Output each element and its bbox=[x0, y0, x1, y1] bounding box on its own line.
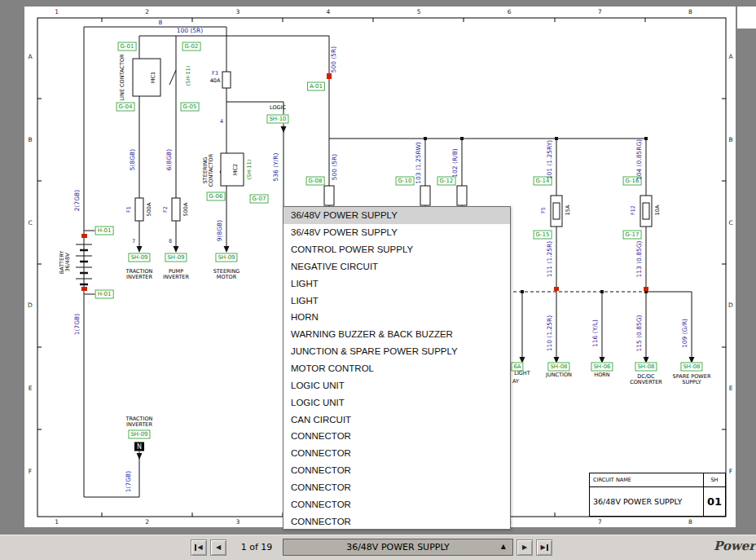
fuse-label-f1: F1 bbox=[126, 206, 132, 213]
circuit-select-value: 36/48V POWER SUPPLY bbox=[346, 542, 450, 552]
circuit-menu-item[interactable]: HORN bbox=[284, 309, 510, 326]
fuse-label-f5: F5 bbox=[541, 207, 547, 213]
grid-coordinate-label: 3 bbox=[192, 7, 283, 15]
previous-page-button[interactable]: ◀ bbox=[210, 539, 226, 556]
wire-label-113: 113 (0.85G) bbox=[636, 240, 644, 277]
connector-ref-h01-top[interactable]: H-01 bbox=[95, 227, 114, 235]
grid-coordinate-label: B bbox=[26, 99, 34, 182]
sheet-ref-sh11-top[interactable]: (SH-11) bbox=[186, 66, 191, 86]
wire-label-1-7gb-b: 1(7GB) bbox=[125, 471, 133, 492]
wire-label-500-mid: 500 (5R) bbox=[332, 154, 339, 181]
circuit-menu-item[interactable]: LOGIC UNIT bbox=[284, 376, 510, 394]
component-label-spare-power: SPARE POWER SUPPLY bbox=[673, 374, 711, 386]
connector-ref-g10[interactable]: G-10 bbox=[396, 177, 415, 186]
title-block-sheet-label: SH bbox=[704, 473, 725, 486]
connector-ref-g02[interactable]: G-02 bbox=[182, 42, 201, 51]
sheet-ref-sh11-mid[interactable]: (SH-11) bbox=[247, 160, 253, 180]
circuit-menu-item[interactable]: CONNECTOR bbox=[284, 428, 510, 445]
sheet-ref-sh06-horn[interactable]: SH-06 bbox=[591, 363, 613, 372]
component-label-traction-inverter-b: TRACTION INVERTER bbox=[126, 416, 153, 429]
wire-label-111: 111 (1.25R) bbox=[547, 241, 554, 277]
connector-ref-g06[interactable]: G-06 bbox=[207, 192, 226, 201]
connector-ref-g17[interactable]: G-17 bbox=[623, 231, 642, 240]
component-label-line-contactor: LINE CONTACTOR bbox=[120, 54, 125, 100]
grid-coordinate-label: E bbox=[727, 347, 735, 430]
grid-coordinate-label: A bbox=[727, 15, 735, 99]
component-label-battery: BATTERY 36/48V bbox=[59, 251, 72, 274]
component-label-steering-contactor: STEERING CONTACTOR bbox=[203, 154, 215, 187]
fuse-rating-f3: 40A bbox=[210, 78, 221, 84]
circuit-menu-item[interactable]: MOTOR CONTROL bbox=[284, 360, 510, 377]
grid-coordinate-label: 6 bbox=[464, 7, 555, 15]
wire-label-102: 102 (R/B) bbox=[452, 148, 459, 177]
wire-label-8b: 8 bbox=[169, 239, 172, 244]
circuit-menu-item[interactable]: CONNECTOR bbox=[284, 479, 510, 496]
circuit-menu-item[interactable]: 36/48V POWER SUPPLY bbox=[284, 207, 510, 224]
fuse-label-f3: F3 bbox=[212, 71, 218, 77]
connector-ref-g15[interactable]: G-15 bbox=[534, 231, 552, 240]
grid-coordinate-label: E bbox=[26, 347, 34, 430]
circuit-menu-item[interactable]: CONNECTOR bbox=[284, 462, 510, 479]
circuit-menu-item[interactable]: JUNCTION & SPARE POWER SUPPLY bbox=[284, 343, 510, 360]
connector-ref-g04[interactable]: G-04 bbox=[116, 103, 135, 112]
circuit-menu-item[interactable]: CONNECTOR bbox=[284, 495, 510, 513]
title-block-sheet-number: 01 bbox=[704, 487, 725, 516]
sheet-ref-sh09-steering[interactable]: SH-09 bbox=[215, 253, 237, 262]
wire-label-536: 536 (Y/R) bbox=[273, 153, 280, 182]
grid-coordinate-label: F bbox=[26, 429, 34, 513]
wire-label-5-8gb: 5(8GB) bbox=[130, 149, 137, 170]
grid-coordinate-label: 2 bbox=[102, 7, 192, 15]
grid-coordinate-label: 3 bbox=[192, 517, 283, 526]
circuit-select[interactable]: 36/48V POWER SUPPLY ▲ bbox=[283, 539, 513, 556]
grid-coordinate-label: 5 bbox=[374, 7, 464, 15]
circuit-menu-item[interactable]: 36/48V POWER SUPPLY bbox=[284, 224, 510, 241]
circuit-menu-item[interactable]: LOGIC UNIT bbox=[284, 394, 510, 411]
component-label-junction: JUNCTION bbox=[546, 372, 572, 378]
sheet-ref-sh09-traction-b[interactable]: SH-09 bbox=[128, 430, 150, 439]
connector-ref-g12[interactable]: G-12 bbox=[437, 177, 456, 186]
title-block: CIRCUIT NAME SH 36/48V POWER SUPPLY 01 bbox=[589, 473, 726, 517]
wire-label-104: 104 (0.85RG) bbox=[636, 139, 644, 180]
circuit-menu-item[interactable]: NEGATIVE CIRCUIT bbox=[284, 258, 510, 275]
circuit-menu-item[interactable]: WARNING BUZZER & BACK BUZZER bbox=[284, 326, 510, 343]
wire-label-103: 103 (1.25RW) bbox=[415, 142, 423, 184]
component-label-relay-fragment: AY bbox=[512, 379, 519, 385]
grid-coordinate-label: F bbox=[727, 429, 735, 513]
grid-rows-right: ABCDEF bbox=[727, 15, 735, 513]
title-block-circuit-name: 36/48V POWER SUPPLY bbox=[590, 487, 704, 516]
next-page-button[interactable]: ▶ bbox=[516, 539, 533, 556]
circuit-menu-item[interactable]: CONNECTOR bbox=[284, 445, 510, 462]
wire-label-100: 100 (5R) bbox=[177, 28, 204, 35]
sheet-ref-sh08-junction[interactable]: SH-08 bbox=[547, 363, 569, 372]
circuit-menu-item[interactable]: CAN CIRCUIT bbox=[284, 411, 510, 428]
sheet-ref-sh08-spare[interactable]: SH-08 bbox=[680, 363, 702, 372]
wire-label-110: 110 (1.25R) bbox=[547, 315, 554, 351]
connector-ref-g05[interactable]: G-05 bbox=[181, 103, 200, 112]
first-page-button[interactable]: ◀ bbox=[191, 539, 207, 556]
wire-label-4: 4 bbox=[220, 119, 223, 125]
grid-rows-left: ABCDEF bbox=[26, 15, 34, 513]
circuit-menu-item[interactable]: CONNECTOR bbox=[284, 513, 510, 530]
last-page-button[interactable]: ▶ bbox=[536, 539, 552, 556]
wire-label-6-8gb: 6(8GB) bbox=[166, 149, 174, 170]
grid-coordinate-label: 2 bbox=[102, 517, 192, 526]
grid-coordinate-label: 1 bbox=[11, 517, 102, 526]
grid-coordinate-label: D bbox=[727, 264, 735, 347]
connector-ref-a01[interactable]: A-01 bbox=[307, 82, 325, 91]
grid-coordinate-label: D bbox=[26, 264, 34, 347]
fuse-rating-f1: 500A bbox=[147, 203, 152, 217]
sheet-ref-sh09-traction[interactable]: SH-09 bbox=[128, 253, 150, 262]
connector-ref-g01[interactable]: G-01 bbox=[118, 42, 137, 51]
circuit-menu-item[interactable]: LIGHT bbox=[284, 275, 510, 292]
sheet-ref-sh09-pump[interactable]: SH-09 bbox=[165, 253, 187, 262]
connector-ref-h01-bottom[interactable]: H-01 bbox=[95, 290, 114, 299]
component-label-logic: LOGIC bbox=[270, 105, 286, 111]
connector-ref-g07[interactable]: G-07 bbox=[250, 195, 269, 204]
last-page-icon-glyph: ▶ bbox=[540, 544, 545, 551]
circuit-menu-item[interactable]: CONTROL POWER SUPPLY bbox=[284, 241, 510, 258]
sheet-ref-sh08-dcdc[interactable]: SH-08 bbox=[635, 363, 657, 372]
sheet-ref-sh10[interactable]: SH-10 bbox=[266, 115, 288, 124]
circuit-menu-item[interactable]: LIGHT bbox=[284, 292, 510, 309]
next-page-icon: ▶ bbox=[522, 544, 527, 551]
connector-ref-g08[interactable]: G-08 bbox=[306, 177, 325, 186]
